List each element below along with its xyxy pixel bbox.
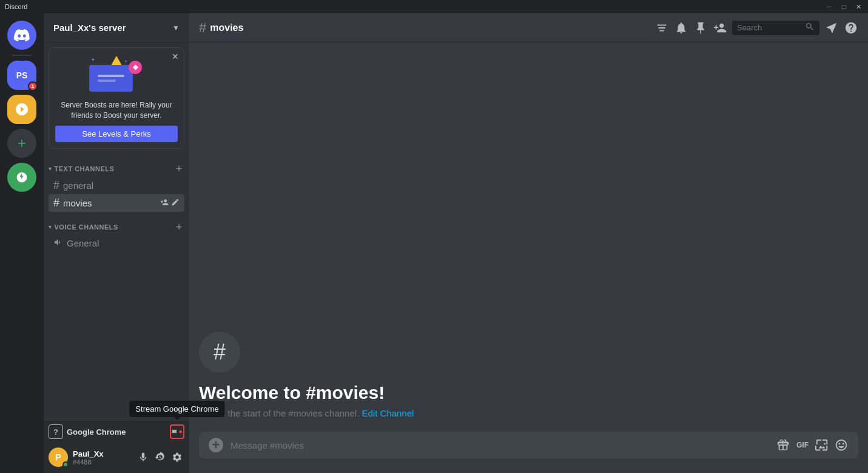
- chrome-app-name: Google Chrome: [67, 427, 166, 437]
- message-add-button[interactable]: +: [209, 438, 223, 452]
- server-icon-discord-home[interactable]: [7, 21, 36, 50]
- inbox-button[interactable]: [824, 21, 839, 35]
- username-label: Paul_Xx: [73, 449, 131, 458]
- boost-banner: ✕ ◆: [49, 47, 184, 149]
- boost-card-line-2: [98, 80, 116, 82]
- channel-section: ✕ ◆: [44, 43, 189, 421]
- main-content: # movies: [189, 13, 868, 473]
- server-name-chevron-icon: ▼: [172, 24, 180, 32]
- welcome-channel-icon: #: [199, 332, 240, 373]
- deafen-button[interactable]: [153, 450, 167, 464]
- title-bar-title: Discord: [5, 3, 27, 10]
- title-bar-left: Discord: [5, 3, 27, 10]
- welcome-title: Welcome to #movies!: [199, 383, 858, 403]
- top-bar-channel-name: movies: [210, 22, 243, 33]
- top-bar-actions: Search: [654, 21, 858, 35]
- title-bar-controls: ─ □ ✕: [824, 2, 863, 12]
- voice-channel-name-general: General: [67, 238, 180, 248]
- server-separator: [12, 55, 32, 56]
- voice-channels-chevron-icon: ▾: [49, 224, 52, 230]
- sticker-button[interactable]: [815, 438, 829, 452]
- channel-name-general: general: [63, 180, 180, 191]
- add-voice-channel-button[interactable]: +: [173, 222, 184, 233]
- voice-channels-category: ▾ VOICE CHANNELS +: [44, 212, 189, 235]
- server-name-label: Paul_Xx's server: [53, 22, 126, 33]
- add-text-channel-button[interactable]: +: [173, 163, 184, 174]
- gift-button[interactable]: [776, 438, 790, 452]
- channel-item-movies[interactable]: # movies: [49, 194, 184, 212]
- boost-banner-image: ◆ ✦ ✦: [55, 54, 178, 97]
- server-list: PS 1 +: [0, 13, 44, 473]
- message-input-area: + Message #movies GIF: [189, 432, 868, 473]
- search-bar[interactable]: Search: [732, 21, 819, 35]
- close-button[interactable]: ✕: [853, 2, 863, 12]
- explore-server-button[interactable]: [7, 163, 36, 192]
- svg-point-0: [179, 430, 182, 434]
- boost-banner-text: Server Boosts are here! Rally your frien…: [55, 100, 178, 121]
- see-levels-perks-button[interactable]: See Levels & Perks: [55, 126, 178, 142]
- top-bar-hash-icon: #: [199, 20, 206, 36]
- minimize-button[interactable]: ─: [824, 2, 834, 12]
- app-body: PS 1 + Paul_Xx's server ▼ ✕: [0, 13, 868, 473]
- maximize-button[interactable]: □: [839, 2, 849, 12]
- gif-button[interactable]: GIF: [795, 438, 810, 452]
- search-placeholder: Search: [737, 23, 800, 32]
- boost-card: [89, 65, 133, 92]
- invite-people-button[interactable]: [160, 198, 169, 208]
- boost-stars-icon: ✦: [91, 57, 95, 63]
- channel-name-movies: movies: [63, 198, 156, 208]
- message-placeholder[interactable]: Message #movies: [230, 440, 769, 451]
- user-panel: P Paul_Xx #4488: [44, 441, 189, 473]
- server-icon-ps[interactable]: PS 1: [7, 61, 36, 90]
- boost-stars-icon-2: ✦: [124, 59, 127, 63]
- threads-button[interactable]: [654, 21, 669, 35]
- channel-sidebar: Paul_Xx's server ▼ ✕: [44, 13, 189, 473]
- settings-button[interactable]: [170, 450, 184, 464]
- server-name-bar[interactable]: Paul_Xx's server ▼: [44, 13, 189, 43]
- user-tag-label: #4488: [73, 458, 131, 466]
- pin-button[interactable]: [693, 21, 708, 35]
- title-bar: Discord ─ □ ✕: [0, 0, 868, 13]
- welcome-hash-icon: #: [214, 339, 226, 365]
- server-badge: 1: [28, 81, 38, 91]
- stream-tooltip-wrapper: Stream Google Chrome: [170, 424, 184, 439]
- stream-google-chrome-button[interactable]: [170, 424, 184, 439]
- channel-welcome: # Welcome to #movies! This is the start …: [199, 319, 858, 432]
- add-server-button[interactable]: +: [7, 129, 36, 158]
- add-member-button[interactable]: [713, 21, 727, 35]
- channel-item-general[interactable]: # general: [49, 177, 184, 194]
- channel-hash-icon-movies: #: [53, 197, 59, 209]
- server-icon-paul[interactable]: [7, 95, 36, 124]
- user-info: Paul_Xx #4488: [73, 449, 131, 466]
- user-controls: [136, 450, 184, 464]
- top-bar: # movies: [189, 13, 868, 43]
- channel-actions-movies: [160, 198, 180, 208]
- text-channels-label[interactable]: ▾ TEXT CHANNELS: [49, 165, 114, 172]
- chrome-connected-bar: ? Google Chrome Stream Google Chrome: [44, 421, 189, 441]
- user-avatar[interactable]: P: [49, 447, 68, 467]
- top-bar-channel: # movies: [199, 20, 650, 36]
- chrome-question-icon: ?: [49, 424, 63, 439]
- boost-illustration: ◆ ✦ ✦: [86, 56, 147, 95]
- channel-item-voice-general[interactable]: General: [49, 235, 184, 252]
- boost-card-line: [98, 75, 124, 77]
- boost-card-lines: [98, 75, 124, 82]
- voice-channels-label[interactable]: ▾ VOICE CHANNELS: [49, 223, 118, 231]
- text-channels-chevron-icon: ▾: [49, 166, 52, 172]
- edit-channel-link[interactable]: Edit Channel: [362, 408, 414, 418]
- edit-channel-button[interactable]: [171, 198, 180, 208]
- message-input-box: + Message #movies GIF: [199, 432, 858, 458]
- boost-gem-icon: ◆: [129, 61, 142, 74]
- text-channels-category: ▾ TEXT CHANNELS +: [44, 154, 189, 177]
- notifications-button[interactable]: [674, 21, 688, 35]
- help-button[interactable]: [844, 21, 858, 35]
- emoji-button[interactable]: [834, 438, 849, 452]
- welcome-description: This is the start of the #movies channel…: [199, 408, 858, 418]
- search-icon: [805, 22, 815, 33]
- chat-area: # Welcome to #movies! This is the start …: [189, 43, 868, 432]
- user-status-dot: [62, 461, 69, 468]
- channel-hash-icon-general: #: [53, 179, 59, 192]
- mute-button[interactable]: [136, 450, 150, 464]
- voice-channel-icon: [53, 237, 63, 250]
- message-actions: GIF: [776, 438, 849, 452]
